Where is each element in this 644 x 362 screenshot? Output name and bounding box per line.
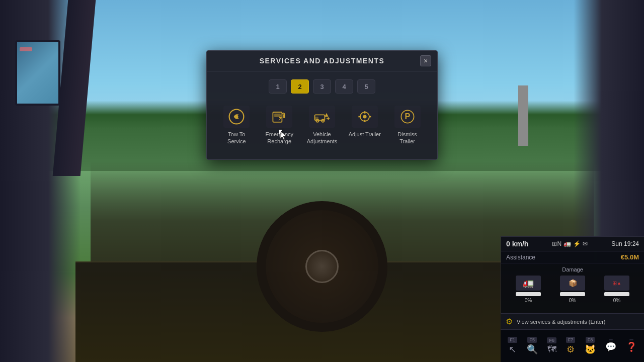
emergency-recharge-icon-box: [266, 106, 292, 128]
close-button[interactable]: ×: [420, 55, 431, 66]
svg-rect-10: [364, 111, 365, 114]
svg-point-9: [363, 115, 366, 118]
tab-1[interactable]: 1: [269, 79, 287, 94]
modal-header: SERVICES AND ADJUSTMENTS ×: [207, 51, 437, 71]
vehicle-adjustments-label: VehicleAdjustments: [307, 131, 338, 145]
emergency-recharge-icon: [270, 108, 288, 126]
tab-4[interactable]: 4: [335, 79, 353, 94]
modal-overlay: SERVICES AND ADJUSTMENTS × 1 2 3 4 5: [0, 0, 644, 362]
vehicle-adjustments-icon: [313, 108, 331, 126]
svg-rect-12: [358, 116, 361, 118]
tab-3[interactable]: 3: [313, 79, 331, 94]
adjust-trailer-icon: [356, 108, 374, 126]
service-item-vehicle-adjustments[interactable]: VehicleAdjustments: [302, 102, 342, 149]
adjust-trailer-label: Adjust Trailer: [349, 131, 381, 138]
adjust-trailer-icon-box: [352, 106, 378, 128]
modal-body: 1 2 3 4 5 Tow ToService: [207, 71, 437, 159]
svg-text:P: P: [405, 112, 410, 121]
tow-to-service-icon-box: [223, 106, 250, 128]
tow-to-service-icon: [227, 108, 246, 126]
svg-point-6: [316, 119, 318, 122]
vehicle-adjustments-icon-box: [309, 106, 335, 128]
svg-rect-13: [369, 116, 371, 118]
svg-point-7: [321, 119, 324, 122]
tab-5[interactable]: 5: [357, 79, 375, 94]
svg-rect-11: [364, 120, 365, 122]
emergency-recharge-label: EmergencyRecharge: [265, 131, 293, 145]
service-item-tow-to-service[interactable]: Tow ToService: [217, 102, 257, 149]
services-modal: SERVICES AND ADJUSTMENTS × 1 2 3 4 5: [206, 50, 438, 160]
dismiss-trailer-icon-box: P: [394, 106, 421, 128]
services-row: Tow ToService EmergencyR: [217, 102, 427, 149]
tab-2[interactable]: 2: [291, 79, 309, 94]
service-item-dismiss-trailer[interactable]: P DismissTrailer: [387, 102, 427, 149]
dismiss-trailer-icon: P: [398, 108, 417, 126]
dismiss-trailer-label: DismissTrailer: [397, 131, 417, 145]
modal-title: SERVICES AND ADJUSTMENTS: [260, 57, 385, 65]
service-item-emergency-recharge[interactable]: EmergencyRecharge: [260, 102, 299, 149]
svg-point-1: [235, 115, 238, 118]
tabs-row: 1 2 3 4 5: [217, 79, 427, 94]
service-item-adjust-trailer[interactable]: Adjust Trailer: [345, 102, 384, 149]
tow-to-service-label: Tow ToService: [227, 131, 246, 145]
